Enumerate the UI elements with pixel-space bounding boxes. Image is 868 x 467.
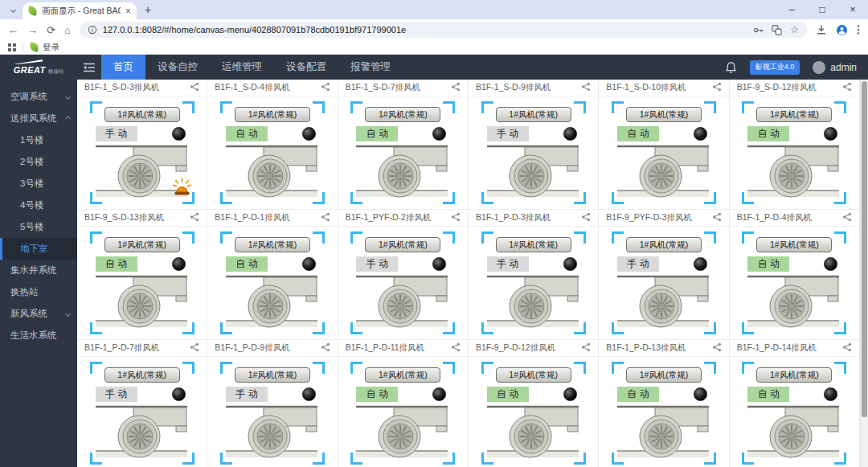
maximize-button[interactable]: □ bbox=[807, 4, 837, 15]
device-canvas[interactable]: 1#风机(常规) 手 动 bbox=[77, 357, 207, 467]
forward-icon[interactable]: → bbox=[27, 25, 38, 35]
fan-button[interactable]: 1#风机(常规) bbox=[496, 237, 571, 252]
nav-tab[interactable]: 首页 bbox=[101, 55, 145, 80]
mode-button[interactable]: 自 动 bbox=[747, 387, 789, 402]
user-avatar[interactable] bbox=[813, 61, 825, 74]
share-icon[interactable] bbox=[190, 80, 199, 95]
fan-button[interactable]: 1#风机(常规) bbox=[235, 107, 310, 122]
bookmark-item[interactable]: 登录 bbox=[30, 42, 59, 53]
share-icon[interactable] bbox=[842, 211, 852, 225]
mode-button[interactable]: 自 动 bbox=[487, 387, 529, 402]
address-bar[interactable]: 127.0.0.1:8082/#/home/canvas-menu/402880… bbox=[80, 22, 807, 38]
share-icon[interactable] bbox=[321, 211, 330, 225]
fan-button[interactable]: 1#风机(常规) bbox=[104, 367, 180, 383]
sidebar-item[interactable]: 2号楼 bbox=[0, 151, 77, 173]
share-icon[interactable] bbox=[581, 80, 591, 95]
fan-button[interactable]: 1#风机(常规) bbox=[756, 367, 832, 383]
share-icon[interactable] bbox=[451, 211, 461, 225]
share-icon[interactable] bbox=[451, 341, 461, 355]
device-canvas[interactable]: 1#风机(常规) 手 动 bbox=[77, 96, 207, 209]
device-canvas[interactable]: 1#风机(常规) 自 动 bbox=[207, 227, 337, 339]
mode-button[interactable]: 手 动 bbox=[617, 256, 659, 272]
reload-icon[interactable]: ⟳ bbox=[47, 25, 55, 35]
device-canvas[interactable]: 1#风机(常规) 手 动 bbox=[469, 96, 598, 209]
url-text[interactable]: 127.0.0.1:8082/#/home/canvas-menu/402880… bbox=[103, 25, 747, 35]
key-icon[interactable] bbox=[753, 25, 764, 35]
apps-grid-icon[interactable] bbox=[8, 43, 16, 51]
fan-button[interactable]: 1#风机(常规) bbox=[104, 237, 180, 252]
translate-icon[interactable] bbox=[772, 25, 782, 35]
share-icon[interactable] bbox=[321, 80, 330, 95]
tab-close-icon[interactable]: × bbox=[125, 6, 131, 16]
fan-button[interactable]: 1#风机(常规) bbox=[365, 237, 440, 252]
share-icon[interactable] bbox=[190, 341, 199, 355]
notification-bell-icon[interactable] bbox=[725, 61, 737, 74]
mode-button[interactable]: 自 动 bbox=[747, 256, 789, 272]
share-icon[interactable] bbox=[712, 80, 722, 95]
fan-button[interactable]: 1#风机(常规) bbox=[626, 107, 702, 122]
mode-button[interactable]: 自 动 bbox=[96, 256, 137, 272]
fan-button[interactable]: 1#风机(常规) bbox=[626, 367, 702, 383]
device-canvas[interactable]: 1#风机(常规) 自 动 bbox=[730, 96, 859, 209]
nav-tab[interactable]: 设备配置 bbox=[274, 55, 338, 80]
profile-icon[interactable] bbox=[836, 24, 848, 36]
device-canvas[interactable]: 1#风机(常规) 手 动 bbox=[338, 227, 468, 339]
mode-button[interactable]: 手 动 bbox=[487, 126, 529, 141]
new-tab-button[interactable]: + bbox=[145, 4, 151, 15]
device-canvas[interactable]: 1#风机(常规) 自 动 bbox=[338, 357, 468, 467]
mode-button[interactable]: 自 动 bbox=[356, 126, 398, 141]
mode-button[interactable]: 手 动 bbox=[226, 387, 268, 402]
device-canvas[interactable]: 1#风机(常规) 自 动 bbox=[730, 357, 859, 467]
share-icon[interactable] bbox=[581, 341, 591, 355]
device-canvas[interactable]: 1#风机(常规) 手 动 bbox=[599, 227, 728, 339]
back-icon[interactable]: ← bbox=[8, 25, 18, 35]
sidebar-item[interactable]: 4号楼 bbox=[0, 195, 77, 216]
device-canvas[interactable]: 1#风机(常规) 自 动 bbox=[599, 357, 728, 467]
info-icon[interactable] bbox=[88, 25, 97, 35]
share-icon[interactable] bbox=[451, 80, 461, 95]
tab-search-icon[interactable] bbox=[6, 3, 19, 16]
device-canvas[interactable]: 1#风机(常规) 手 动 bbox=[469, 227, 598, 339]
mode-button[interactable]: 手 动 bbox=[356, 256, 398, 272]
home-icon[interactable]: ⌂ bbox=[64, 25, 71, 35]
fan-button[interactable]: 1#风机(常规) bbox=[626, 237, 702, 252]
fan-button[interactable]: 1#风机(常规) bbox=[365, 367, 440, 383]
minimize-button[interactable]: – bbox=[776, 4, 807, 15]
username-label[interactable]: admin bbox=[830, 62, 857, 73]
sidebar-item[interactable]: 空调系统 bbox=[0, 86, 77, 108]
share-icon[interactable] bbox=[842, 80, 852, 95]
sidebar-item[interactable]: 地下室 bbox=[0, 238, 77, 260]
share-icon[interactable] bbox=[712, 341, 722, 355]
mode-button[interactable]: 自 动 bbox=[356, 387, 398, 402]
fan-button[interactable]: 1#风机(常规) bbox=[756, 237, 832, 252]
sidebar-item[interactable]: 生活水系统 bbox=[0, 325, 77, 346]
fan-button[interactable]: 1#风机(常规) bbox=[756, 107, 832, 122]
share-icon[interactable] bbox=[842, 341, 852, 355]
share-icon[interactable] bbox=[190, 211, 199, 225]
share-icon[interactable] bbox=[581, 211, 591, 225]
menu-fold-icon[interactable] bbox=[77, 62, 101, 73]
sidebar-item[interactable]: 1号楼 bbox=[0, 129, 77, 151]
device-canvas[interactable]: 1#风机(常规) 自 动 bbox=[469, 357, 598, 467]
mode-button[interactable]: 自 动 bbox=[226, 126, 268, 141]
sidebar-item[interactable]: 5号楼 bbox=[0, 216, 77, 238]
share-icon[interactable] bbox=[712, 211, 722, 225]
download-icon[interactable] bbox=[816, 24, 827, 35]
kebab-menu-icon[interactable] bbox=[857, 24, 860, 35]
close-button[interactable]: × bbox=[837, 4, 868, 15]
fan-button[interactable]: 1#风机(常规) bbox=[496, 107, 571, 122]
device-canvas[interactable]: 1#风机(常规) 自 动 bbox=[338, 96, 468, 209]
device-canvas[interactable]: 1#风机(常规) 自 动 bbox=[77, 227, 207, 339]
sidebar-item[interactable]: 换热站 bbox=[0, 281, 77, 303]
mode-button[interactable]: 自 动 bbox=[617, 387, 659, 402]
fan-button[interactable]: 1#风机(常规) bbox=[235, 237, 310, 252]
version-badge[interactable]: 影视工业4.0 bbox=[750, 60, 800, 75]
fan-button[interactable]: 1#风机(常规) bbox=[104, 107, 180, 122]
mode-button[interactable]: 手 动 bbox=[96, 387, 137, 402]
fan-button[interactable]: 1#风机(常规) bbox=[365, 107, 440, 122]
page-scrollbar[interactable] bbox=[860, 80, 868, 467]
fan-button[interactable]: 1#风机(常规) bbox=[235, 367, 310, 383]
sidebar-item[interactable]: 新风系统 bbox=[0, 303, 77, 325]
share-icon[interactable] bbox=[321, 341, 330, 355]
device-canvas[interactable]: 1#风机(常规) 自 动 bbox=[730, 227, 859, 339]
